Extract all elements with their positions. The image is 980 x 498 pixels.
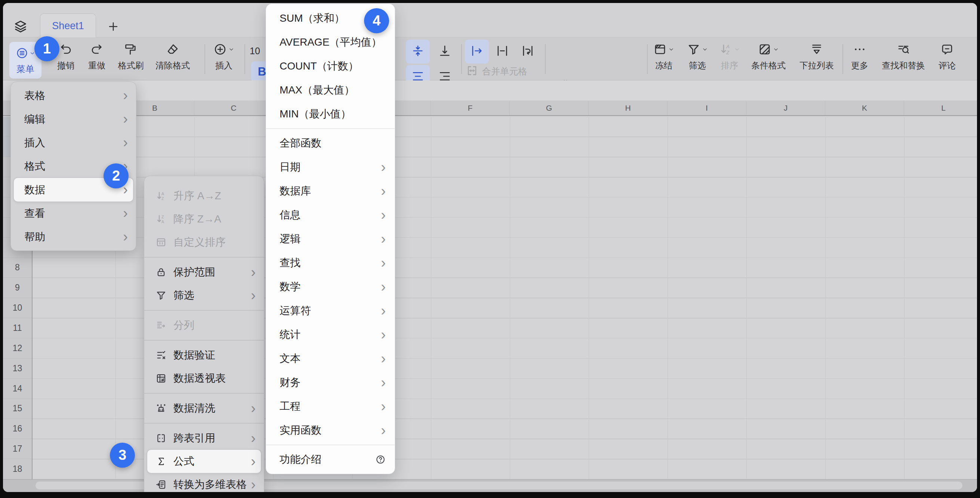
menu-item-min[interactable]: MIN（最小值） <box>269 102 392 126</box>
menu-item-utility[interactable]: 实用函数› <box>269 418 392 442</box>
column-header-J[interactable]: J <box>746 101 825 115</box>
menu-item-feature-intro[interactable]: 功能介绍 <box>269 447 392 471</box>
more-button[interactable]: 更多 <box>846 40 873 70</box>
merge-cells-icon <box>466 64 479 78</box>
column-header-L[interactable]: L <box>904 101 977 115</box>
undo-label: 撤销 <box>57 61 75 70</box>
menu-item-information[interactable]: 信息› <box>269 203 392 227</box>
text-overflow-button[interactable] <box>465 40 489 64</box>
chevron-right-icon: › <box>381 329 386 340</box>
font-size-value[interactable]: 10 <box>250 46 260 56</box>
vertical-align-middle-button[interactable] <box>406 40 430 64</box>
row-header-17[interactable]: 17 <box>3 439 32 459</box>
comment-button[interactable]: 评论 <box>934 40 961 70</box>
menu-item-logic[interactable]: 逻辑› <box>269 227 392 251</box>
add-sheet-icon[interactable] <box>107 20 119 33</box>
plus-circle-icon <box>213 43 227 57</box>
menu-item-label: 工程 <box>280 399 377 414</box>
menu-item-engineering[interactable]: 工程› <box>269 395 392 418</box>
lock-icon <box>156 267 167 278</box>
row-header-18[interactable]: 18 <box>3 459 32 479</box>
menu-item-average[interactable]: AVERAGE（平均值） <box>269 30 392 54</box>
menu-item-view[interactable]: 查看› <box>14 202 133 225</box>
menu-item-pivot-table[interactable]: 数据透视表 <box>147 367 261 390</box>
menu-item-text[interactable]: 文本› <box>269 347 392 371</box>
menu-item-data-validation[interactable]: 数据验证 <box>147 344 261 367</box>
menu-button-label: 菜单 <box>16 63 34 75</box>
clear-format-button[interactable]: 清除格式 <box>150 40 195 70</box>
column-header-H[interactable]: H <box>589 101 668 115</box>
menu-item-insert[interactable]: 插入› <box>14 131 133 154</box>
menu-item-convert-to-base[interactable]: 转换为多维表格› <box>147 473 261 492</box>
row-header-12[interactable]: 12 <box>3 338 32 358</box>
column-header-C[interactable]: C <box>194 101 273 115</box>
convert-table-icon <box>156 479 167 490</box>
row-header-9[interactable]: 9 <box>3 278 32 298</box>
menu-item-finance[interactable]: 财务› <box>269 371 392 395</box>
pivot-table-icon <box>156 373 167 384</box>
text-clip-button[interactable] <box>490 40 514 64</box>
chevron-right-icon: › <box>123 207 128 219</box>
find-replace-button[interactable]: 查找和替换 <box>875 40 931 70</box>
column-header-I[interactable]: I <box>668 101 746 115</box>
menu-item-label: 实用函数 <box>280 423 377 438</box>
row-header-13[interactable]: 13 <box>3 358 32 379</box>
column-header-K[interactable]: K <box>825 101 904 115</box>
freeze-button[interactable]: 冻结 <box>648 40 680 70</box>
chevron-right-icon: › <box>381 401 386 412</box>
menu-item-filter[interactable]: 筛选› <box>147 284 261 307</box>
chevron-right-icon: › <box>251 479 256 490</box>
menu-item-protect-range[interactable]: 保护范围› <box>147 261 261 284</box>
menu-item-label: 升序 A→Z <box>173 189 256 203</box>
overflow-icon <box>470 44 484 59</box>
row-header-10[interactable]: 10 <box>3 298 32 318</box>
menu-item-max[interactable]: MAX（最大值） <box>269 78 392 102</box>
menu-item-label: 表格 <box>24 89 119 103</box>
menu-item-table[interactable]: 表格› <box>14 84 133 107</box>
menu-item-label: MAX（最大值） <box>280 83 386 97</box>
menu-divider <box>144 310 264 311</box>
menu-item-operator[interactable]: 运算符› <box>269 299 392 323</box>
menu-item-cross-table-ref[interactable]: 跨表引用› <box>147 426 261 450</box>
redo-icon <box>90 43 103 57</box>
merge-cells-label: 合并单元格 <box>482 65 527 77</box>
menu-item-database[interactable]: 数据库› <box>269 179 392 203</box>
menu-divider <box>144 393 264 394</box>
tab-sheet1[interactable]: Sheet1 <box>40 13 96 38</box>
row-header-11[interactable]: 11 <box>3 318 32 338</box>
menu-item-data-clean[interactable]: 数据清洗› <box>147 397 261 420</box>
format-painter-button[interactable]: 格式刷 <box>113 40 149 70</box>
menu-item-all-functions[interactable]: 全部函数 <box>269 131 392 155</box>
dropdown-list-label: 下拉列表 <box>799 61 834 70</box>
menu-divider <box>266 444 395 445</box>
insert-button[interactable]: 插入 <box>207 40 241 70</box>
menu-item-help[interactable]: 帮助› <box>14 225 133 249</box>
data-validation-icon <box>156 350 167 361</box>
row-header-15[interactable]: 15 <box>3 399 32 419</box>
filter-button[interactable]: 筛选 <box>681 40 714 70</box>
row-header-14[interactable]: 14 <box>3 379 32 399</box>
redo-button[interactable]: 重做 <box>82 40 112 70</box>
sort-button: AZ 排序 <box>714 40 746 70</box>
menu-item-label: 转换为多维表格 <box>173 477 247 492</box>
row-header-16[interactable]: 16 <box>3 419 32 439</box>
menu-item-edit[interactable]: 编辑› <box>14 107 133 131</box>
menu-item-formula[interactable]: 公式› <box>147 450 261 473</box>
menu-item-count[interactable]: COUNT（计数） <box>269 54 392 78</box>
svg-text:A: A <box>161 191 164 196</box>
menu-item-statistics[interactable]: 统计› <box>269 323 392 347</box>
dropdown-list-button[interactable]: 下拉列表 <box>794 40 840 70</box>
row-header-8[interactable]: 8 <box>3 258 32 278</box>
vertical-align-bottom-button[interactable] <box>433 40 457 64</box>
conditional-format-button[interactable]: 条件格式 <box>746 40 791 70</box>
menu-item-date[interactable]: 日期› <box>269 155 392 179</box>
text-rotate-button[interactable] <box>516 40 540 64</box>
menu-item-math[interactable]: 数学› <box>269 275 392 299</box>
column-header-F[interactable]: F <box>431 101 510 115</box>
sheet-list-icon[interactable] <box>13 19 28 33</box>
chevron-right-icon: › <box>251 290 256 301</box>
column-header-G[interactable]: G <box>510 101 589 115</box>
help-circle-icon <box>375 454 386 465</box>
formula-bar[interactable] <box>3 80 977 101</box>
menu-item-lookup[interactable]: 查找› <box>269 251 392 275</box>
